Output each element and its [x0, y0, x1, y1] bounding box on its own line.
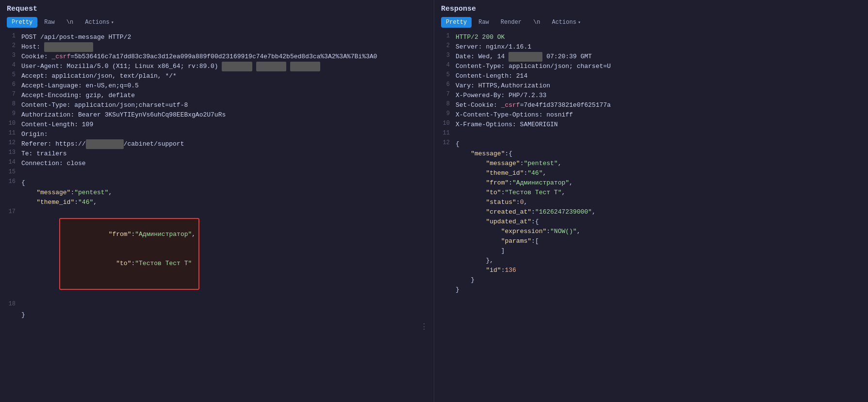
response-tab-raw[interactable]: Raw: [474, 17, 494, 28]
response-json-message-key: "message":{: [434, 149, 868, 159]
response-title: Response: [441, 5, 861, 13]
response-line-7: 7 X-Powered-By: PHP/7.2.33: [434, 91, 868, 100]
response-actions-button[interactable]: Actions ▾: [547, 17, 585, 28]
response-line-12: 12 {: [434, 139, 868, 149]
request-more-dots: ⋮: [0, 320, 434, 334]
request-line-10: 10 Content-Length: 109: [0, 120, 434, 130]
response-code-panel[interactable]: 1 HTTP/2 200 OK 2 Server: nginx/1.16.1 3…: [434, 31, 868, 402]
response-line-3: 3 Date: Wed, 14 07:20:39 GMT: [434, 52, 868, 62]
request-toolbar: Pretty Raw \n Actions ▾: [7, 17, 427, 28]
request-line-13: 13 Te: trailers: [0, 149, 434, 159]
response-brace-close: }: [434, 285, 868, 295]
request-line-14: 14 Connection: close: [0, 159, 434, 168]
request-panel: Request Pretty Raw \n Actions ▾ 1 POST /…: [0, 0, 434, 402]
response-json-from: "from":"Администратор",: [434, 178, 868, 188]
request-line-2: 2 Host:: [0, 42, 434, 52]
request-line-18: 18: [0, 301, 434, 310]
request-line-7: 7 Accept-Encoding: gzip, deflate: [0, 91, 434, 100]
request-line-16: 16 {: [0, 178, 434, 188]
request-line-12: 12 Referer: https:// /cabinet/support: [0, 139, 434, 149]
request-line-9: 9 Authorization: Bearer 3KSuYTIEynVs6uhC…: [0, 110, 434, 120]
response-tab-ln[interactable]: \n: [528, 17, 545, 28]
response-json-status: "status":0,: [434, 198, 868, 207]
response-tab-pretty[interactable]: Pretty: [441, 17, 472, 28]
request-line-8: 8 Content-Type: application/json;charset…: [0, 100, 434, 110]
request-line-4: 4 User-Agent: Mozilla/5.0 (X11; Linux x8…: [0, 62, 434, 71]
response-panel: Response Pretty Raw Render \n Actions ▾ …: [434, 0, 868, 402]
request-code-panel[interactable]: 1 POST /api/post-message HTTP/2 2 Host: …: [0, 31, 434, 402]
response-json-to: "to":"Тестов Тест Т",: [434, 188, 868, 198]
response-json-message-val: "message":"pentest",: [434, 159, 868, 168]
response-line-2: 2 Server: nginx/1.16.1: [434, 42, 868, 52]
request-actions-button[interactable]: Actions ▾: [80, 17, 118, 28]
response-json-id: "id":136: [434, 266, 868, 275]
response-json-theme: "theme_id":"46",: [434, 168, 868, 178]
request-panel-header: Request Pretty Raw \n Actions ▾: [0, 0, 434, 31]
request-line-1: 1 POST /api/post-message HTTP/2: [0, 33, 434, 42]
response-toolbar: Pretty Raw Render \n Actions ▾: [441, 17, 861, 28]
request-tab-raw[interactable]: Raw: [39, 17, 60, 28]
request-title: Request: [7, 5, 427, 13]
request-actions-chevron-icon: ▾: [111, 19, 114, 25]
response-json-updated-key: "updated_at":{: [434, 217, 868, 227]
response-json-message-close: }: [434, 275, 868, 285]
response-panel-header: Response Pretty Raw Render \n Actions ▾: [434, 0, 868, 31]
request-line-6: 6 Accept-Language: en-US,en;q=0.5: [0, 81, 434, 91]
response-line-1: 1 HTTP/2 200 OK: [434, 33, 868, 42]
response-json-created: "created_at":"1626247239000",: [434, 207, 868, 217]
request-json-theme: "theme_id":"46",: [0, 198, 434, 207]
response-line-10: 10 X-Frame-Options: SAMEORIGIN: [434, 120, 868, 130]
request-json-message: "message":"pentest",: [0, 188, 434, 198]
response-json-params-close: ]: [434, 246, 868, 256]
request-actions-label: Actions: [85, 19, 109, 26]
request-tab-pretty[interactable]: Pretty: [7, 17, 37, 28]
response-actions-chevron-icon: ▾: [578, 19, 581, 25]
response-line-9: 9 X-Content-Type-Options: nosniff: [434, 110, 868, 120]
request-tab-ln[interactable]: \n: [62, 17, 78, 28]
request-line-3: 3 Cookie: _csrf=5b536416c7a17dd83c39ac3d…: [0, 52, 434, 62]
request-line-17-18-highlighted: 17 "from":"Администратор", "to":"Тестов …: [0, 207, 434, 301]
request-line-11: 11 Origin:: [0, 130, 434, 139]
request-line-5: 5 Accept: application/json, text/plain, …: [0, 71, 434, 81]
response-line-4: 4 Content-Type: application/json; charse…: [434, 62, 868, 71]
main-container: Request Pretty Raw \n Actions ▾ 1 POST /…: [0, 0, 868, 402]
response-tab-render[interactable]: Render: [496, 17, 526, 28]
request-line-15: 15: [0, 168, 434, 178]
response-line-8: 8 Set-Cookie: _csrf=7de4f1d373821e0f6251…: [434, 100, 868, 110]
response-json-updated-close: },: [434, 256, 868, 266]
response-line-5: 5 Content-Length: 214: [434, 71, 868, 81]
response-line-11: 11: [434, 130, 868, 139]
response-json-expression: "expression":"NOW()",: [434, 227, 868, 236]
request-brace-close: }: [0, 310, 434, 320]
response-actions-label: Actions: [552, 19, 576, 26]
response-json-params-key: "params":[: [434, 236, 868, 246]
response-line-6: 6 Vary: HTTPS,Authorization: [434, 81, 868, 91]
